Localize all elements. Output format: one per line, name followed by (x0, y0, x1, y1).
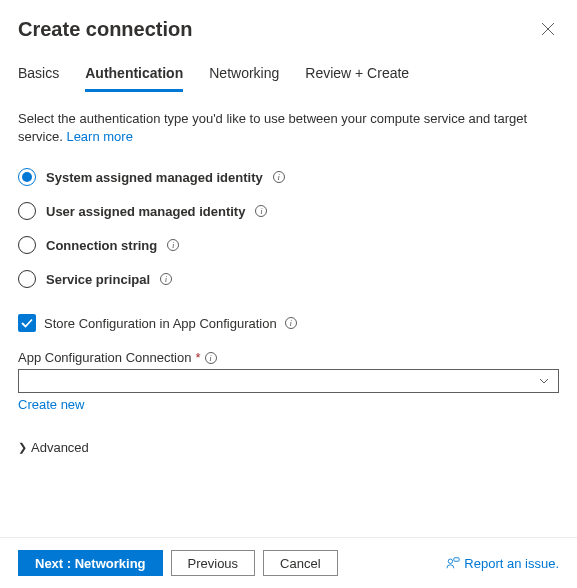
radio-user-assigned[interactable] (18, 202, 36, 220)
radio-label: Service principal (46, 272, 150, 287)
svg-point-0 (449, 559, 453, 563)
cancel-button[interactable]: Cancel (263, 550, 337, 576)
info-icon[interactable]: i (273, 171, 285, 183)
footer-bar: Next : Networking Previous Cancel Report… (0, 537, 577, 588)
learn-more-link[interactable]: Learn more (66, 129, 132, 144)
report-issue-link[interactable]: Report an issue. (446, 556, 559, 571)
info-icon[interactable]: i (167, 239, 179, 251)
advanced-expander[interactable]: ❯ Advanced (18, 440, 559, 455)
tab-networking[interactable]: Networking (209, 65, 279, 92)
report-issue-text: Report an issue. (464, 556, 559, 571)
tab-bar: Basics Authentication Networking Review … (18, 65, 559, 92)
previous-button[interactable]: Previous (171, 550, 256, 576)
info-icon[interactable]: i (255, 205, 267, 217)
app-config-label: App Configuration Connection * i (18, 350, 559, 365)
app-config-label-text: App Configuration Connection (18, 350, 191, 365)
description-text: Select the authentication type you'd lik… (18, 110, 559, 146)
app-config-select[interactable] (18, 369, 559, 393)
required-asterisk: * (195, 350, 200, 365)
radio-label: Connection string (46, 238, 157, 253)
auth-type-radio-group: System assigned managed identity i User … (18, 168, 559, 288)
store-config-checkbox[interactable] (18, 314, 36, 332)
svg-rect-1 (454, 558, 459, 562)
next-button[interactable]: Next : Networking (18, 550, 163, 576)
chevron-right-icon: ❯ (18, 441, 27, 454)
radio-label: User assigned managed identity (46, 204, 245, 219)
tab-basics[interactable]: Basics (18, 65, 59, 92)
page-title: Create connection (18, 18, 192, 41)
info-icon[interactable]: i (285, 317, 297, 329)
radio-service-principal[interactable] (18, 270, 36, 288)
info-icon[interactable]: i (205, 352, 217, 364)
info-icon[interactable]: i (160, 273, 172, 285)
tab-review-create[interactable]: Review + Create (305, 65, 409, 92)
radio-system-assigned[interactable] (18, 168, 36, 186)
tab-authentication[interactable]: Authentication (85, 65, 183, 92)
radio-connection-string[interactable] (18, 236, 36, 254)
create-new-link[interactable]: Create new (18, 397, 559, 412)
close-icon[interactable] (537, 18, 559, 43)
chevron-down-icon (538, 375, 550, 387)
radio-label: System assigned managed identity (46, 170, 263, 185)
advanced-label: Advanced (31, 440, 89, 455)
person-feedback-icon (446, 556, 460, 570)
store-config-label: Store Configuration in App Configuration (44, 316, 277, 331)
